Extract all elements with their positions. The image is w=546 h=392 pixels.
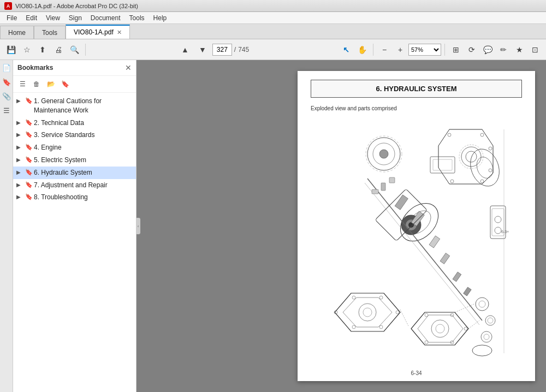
svg-rect-66 (372, 189, 378, 194)
bm-label-2: 2. Technical Data (34, 118, 84, 128)
app-icon: A (4, 2, 12, 10)
page-sep: / (234, 46, 236, 54)
bm-bookmark-icon-1: 🔖 (25, 97, 33, 104)
bm-label-5: 5. Electric System (34, 156, 86, 165)
tab-file[interactable]: VIO80-1A.pdf ✕ (66, 25, 130, 39)
sidebar-icon-layers[interactable]: ☰ (1, 105, 12, 116)
toolbar-sep-1 (85, 44, 86, 56)
menu-bar: File Edit View Sign Document Tools Help (0, 12, 546, 24)
svg-text:6-3+: 6-3+ (501, 230, 509, 234)
sidebar-collapse-handle[interactable]: ‹ (136, 218, 140, 234)
total-pages: 745 (238, 46, 249, 54)
bookmark-item-5[interactable]: ▶ 🔖 5. Electric System (13, 154, 136, 167)
menu-tools[interactable]: Tools (125, 13, 149, 23)
bm-bookmark-icon-6: 🔖 (25, 168, 33, 176)
bookmarks-toolbar: ☰ 🗑 📂 🔖 (13, 76, 136, 93)
bm-options-button[interactable]: ☰ (16, 78, 28, 90)
sidebar-icon-create[interactable]: 📄 (1, 62, 12, 73)
pdf-page-number: 6-34 (411, 370, 422, 376)
bm-expand-icon-3[interactable]: ▶ (16, 130, 24, 138)
bm-label-4: 4. Engine (34, 143, 62, 152)
bookmarks-title: Bookmarks (17, 64, 53, 72)
bm-bookmark-icon-8: 🔖 (25, 193, 33, 200)
bookmark-item-4[interactable]: ▶ 🔖 4. Engine (13, 141, 136, 154)
bm-label-1: 1. General Cautions forMaintenance Work (34, 97, 102, 115)
main-content: 📄 🔖 📎 ☰ Bookmarks ✕ ☰ 🗑 📂 🔖 ▶ 🔖 (0, 60, 546, 392)
bm-expand-icon-2[interactable]: ▶ (16, 118, 24, 126)
bookmark-item-3[interactable]: ▶ 🔖 3. Service Standards (13, 129, 136, 141)
bookmark-item-1[interactable]: ▶ 🔖 1. General Cautions forMaintenance W… (13, 95, 136, 117)
bookmark-item-6[interactable]: ▶ 🔖 6. Hydraulic System (13, 167, 136, 179)
next-page-button[interactable]: ▼ (195, 42, 210, 57)
bm-label-7: 7. Adjustment and Repair (34, 181, 108, 190)
zoom-out-button[interactable]: − (377, 42, 392, 57)
prev-page-button[interactable]: ▲ (177, 42, 193, 57)
bm-expand-button[interactable]: 📂 (45, 78, 57, 90)
pdf-page-left (136, 60, 287, 392)
toolbar-selection-tools: ↖ ✋ (339, 42, 370, 57)
menu-edit[interactable]: Edit (21, 13, 41, 23)
bookmark-item-2[interactable]: ▶ 🔖 2. Technical Data (13, 117, 136, 129)
bm-bookmark-icon-5: 🔖 (25, 156, 33, 163)
menu-file[interactable]: File (2, 13, 21, 23)
bm-bookmark-icon-7: 🔖 (25, 181, 33, 188)
select-tool-button[interactable]: ↖ (339, 42, 354, 57)
bm-collapse-button[interactable]: 🔖 (59, 78, 71, 90)
svg-point-15 (379, 150, 388, 158)
menu-document[interactable]: Document (86, 13, 125, 23)
comment-button[interactable]: 💬 (480, 42, 495, 57)
bm-expand-icon-8[interactable]: ▶ (16, 193, 24, 200)
bm-expand-icon-6[interactable]: ▶ (16, 168, 24, 175)
bm-expand-icon-5[interactable]: ▶ (16, 156, 24, 163)
menu-help[interactable]: Help (149, 13, 171, 23)
zoom-in-button[interactable]: + (393, 42, 408, 57)
svg-rect-0 (324, 124, 509, 359)
bm-expand-icon-1[interactable]: ▶ (16, 97, 24, 104)
hand-tool-button[interactable]: ✋ (354, 42, 370, 57)
bm-bookmark-icon-4: 🔖 (25, 143, 33, 151)
pdf-subtitle: Exploded view and parts comprised (311, 105, 397, 111)
bookmark-item-7[interactable]: ▶ 🔖 7. Adjustment and Repair (13, 179, 136, 192)
more-tools-button[interactable]: ⊡ (527, 42, 543, 57)
bm-label-8: 8. Troubleshooting (34, 193, 88, 202)
stamp-button[interactable]: ★ (512, 42, 527, 57)
bookmarks-panel: Bookmarks ✕ ☰ 🗑 📂 🔖 ▶ 🔖 1. General Cauti… (13, 60, 136, 392)
sidebar-icon-bookmarks[interactable]: 🔖 (1, 76, 12, 87)
toolbar-sep-2 (373, 44, 373, 56)
bookmark-button[interactable]: ☆ (19, 42, 34, 57)
pdf-viewer[interactable]: 6. HYDRAULIC SYSTEM Exploded view and pa… (136, 60, 546, 392)
sidebar-icons: 📄 🔖 📎 ☰ (0, 60, 13, 392)
markup-button[interactable]: ✏ (496, 42, 511, 57)
print-button[interactable]: 🖨 (51, 42, 66, 57)
rotate-button[interactable]: ⟳ (464, 42, 479, 57)
tab-tools[interactable]: Tools (34, 26, 66, 39)
svg-rect-67 (381, 183, 385, 191)
page-input[interactable] (212, 44, 232, 56)
tab-tools-label: Tools (42, 29, 57, 37)
tab-home[interactable]: Home (0, 26, 34, 39)
tab-close-icon[interactable]: ✕ (117, 29, 122, 36)
bookmark-item-8[interactable]: ▶ 🔖 8. Troubleshooting (13, 191, 136, 204)
save-button[interactable]: 💾 (3, 42, 19, 57)
tab-home-label: Home (8, 29, 26, 37)
upload-button[interactable]: ⬆ (35, 42, 50, 57)
bm-delete-button[interactable]: 🗑 (31, 78, 43, 90)
zoom-select[interactable]: 57% 75% 100% 125% 150% (408, 44, 441, 56)
svg-rect-68 (389, 177, 395, 183)
bm-label-6: 6. Hydraulic System (34, 168, 92, 177)
bm-expand-icon-4[interactable]: ▶ (16, 143, 24, 150)
sidebar: 📄 🔖 📎 ☰ Bookmarks ✕ ☰ 🗑 📂 🔖 ▶ 🔖 (0, 60, 136, 392)
toolbar-sep-3 (444, 44, 445, 56)
menu-view[interactable]: View (41, 13, 64, 23)
bookmarks-list: ▶ 🔖 1. General Cautions forMaintenance W… (13, 93, 136, 392)
bookmarks-close-button[interactable]: ✕ (125, 63, 132, 72)
bm-expand-icon-7[interactable]: ▶ (16, 181, 24, 188)
tab-bar: Home Tools VIO80-1A.pdf ✕ (0, 24, 546, 39)
pdf-page-right: 6. HYDRAULIC SYSTEM Exploded view and pa… (298, 71, 535, 381)
sidebar-icon-attachments[interactable]: 📎 (1, 91, 12, 102)
menu-sign[interactable]: Sign (64, 13, 86, 23)
fit-page-button[interactable]: ⊞ (448, 42, 464, 57)
title-bar: A VIO80-1A.pdf - Adobe Acrobat Pro DC (3… (0, 0, 546, 12)
hydraulic-diagram-svg: 6-3+ (324, 124, 509, 359)
search-button[interactable]: 🔍 (67, 42, 82, 57)
